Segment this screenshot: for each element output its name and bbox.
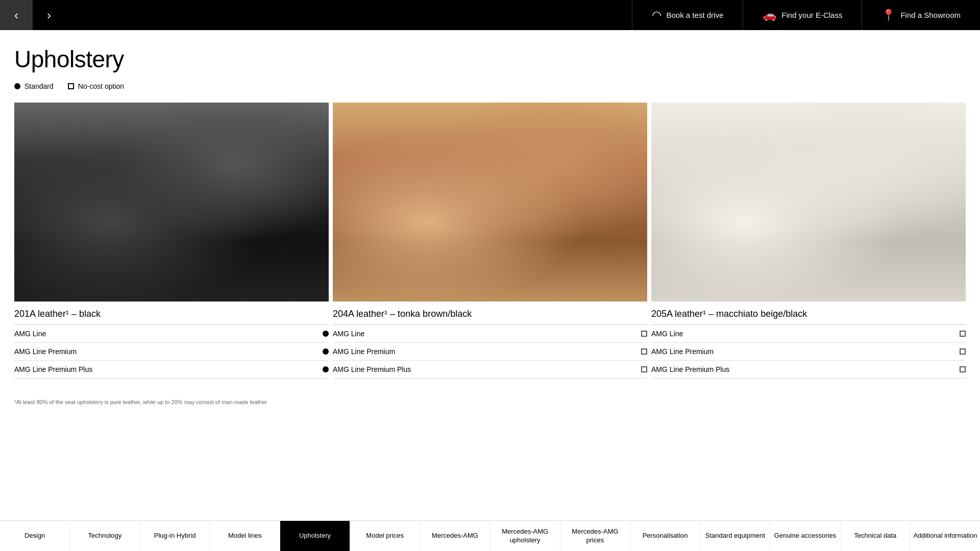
spec-label-amg-premium-plus-201A: AMG Line Premium Plus [14,365,92,373]
spec-label-amg-line-204A: AMG Line [333,330,364,338]
spec-label-amg-line-205A: AMG Line [651,330,683,338]
spec-indicator-amg-line-205A [960,331,966,337]
footnote: ¹At least 80% of the seat upholstery is … [14,399,966,405]
legend: Standard No-cost option [14,82,966,90]
bottom-nav-design[interactable]: Design [0,521,70,551]
spec-row-amg-premium-201A: AMG Line Premium [14,343,329,361]
bottom-nav-technical-data[interactable]: Technical data [841,521,911,551]
spec-indicator-amg-premium-plus-201A [323,366,329,372]
box-icon [641,331,647,337]
spec-indicator-amg-line-204A [641,331,647,337]
upholstery-card-201A: 201A leather¹ – black AMG Line AMG Line … [14,103,329,379]
card-title-201A: 201A leather¹ – black [14,302,329,325]
box-icon [960,348,966,355]
next-arrow[interactable]: › [33,0,65,30]
dot-icon [323,331,329,337]
spec-row-amg-line-204A: AMG Line [333,325,647,343]
no-cost-label: No-cost option [78,82,124,90]
bottom-nav-upholstery[interactable]: Upholstery [280,521,350,551]
card-image-container-201A[interactable] [14,103,329,302]
bottom-nav-personalisation[interactable]: Personalisation [630,521,700,551]
card-image-204A [333,103,647,302]
book-test-drive-button[interactable]: ◠ Book a test drive [632,0,743,30]
main-content: Upholstery Standard No-cost option 201A … [0,30,980,405]
bottom-nav-technology[interactable]: Technology [70,521,140,551]
spec-label-amg-premium-205A: AMG Line Premium [651,347,714,356]
card-image-container-205A[interactable] [651,103,966,302]
no-cost-square-icon [68,83,74,89]
bottom-nav-model-prices[interactable]: Model prices [350,521,420,551]
nav-actions: ◠ Book a test drive 🚗 Find your E-Class … [632,0,981,30]
standard-label: Standard [24,82,54,90]
card-image-205A [651,103,966,302]
standard-circle-icon [14,83,20,89]
car-search-icon: 🚗 [763,10,776,21]
bottom-navigation: Design Technology Plug-in Hybrid Model l… [0,520,980,551]
bottom-nav-plug-in-hybrid[interactable]: Plug-in Hybrid [140,521,210,551]
bottom-nav-mercedes-amg[interactable]: Mercedes-AMG [420,521,490,551]
dot-icon [323,348,329,355]
legend-standard: Standard [14,82,54,90]
box-icon [641,348,647,355]
spec-row-amg-premium-plus-204A: AMG Line Premium Plus [333,361,647,379]
find-e-class-button[interactable]: 🚗 Find your E-Class [743,0,862,30]
card-title-204A: 204A leather¹ – tonka brown/black [333,302,647,325]
spec-row-amg-premium-plus-201A: AMG Line Premium Plus [14,361,329,379]
upholstery-card-205A: 205A leather¹ – macchiato beige/black AM… [651,103,966,379]
location-icon: 📍 [881,10,895,21]
prev-arrow[interactable]: ‹ [0,0,33,30]
bottom-nav-model-lines[interactable]: Model lines [210,521,280,551]
upholstery-card-204A: 204A leather¹ – tonka brown/black AMG Li… [333,103,647,379]
upholstery-cards: 201A leather¹ – black AMG Line AMG Line … [14,103,966,379]
book-test-drive-label: Book a test drive [667,11,724,19]
bottom-nav-standard-equipment[interactable]: Standard equipment [700,521,770,551]
box-icon [960,366,966,372]
spec-indicator-amg-premium-205A [960,348,966,355]
find-e-class-label: Find your E-Class [781,11,842,19]
box-icon [960,331,966,337]
spec-label-amg-premium-plus-204A: AMG Line Premium Plus [333,365,411,373]
spec-label-amg-premium-204A: AMG Line Premium [333,347,395,356]
legend-no-cost: No-cost option [68,82,124,90]
steering-wheel-icon: ◠ [652,10,662,21]
find-showroom-button[interactable]: 📍 Find a Showroom [862,0,980,30]
spec-label-amg-premium-201A: AMG Line Premium [14,347,77,356]
spec-indicator-amg-premium-plus-204A [641,366,647,372]
dot-icon [323,366,329,372]
top-navigation: ‹ › ◠ Book a test drive 🚗 Find your E-Cl… [0,0,980,30]
spec-row-amg-line-205A: AMG Line [651,325,966,343]
card-image-container-204A[interactable] [333,103,647,302]
page-title: Upholstery [14,45,966,73]
bottom-nav-mercedes-amg-prices[interactable]: Mercedes-AMG prices [560,521,630,551]
spec-row-amg-premium-204A: AMG Line Premium [333,343,647,361]
card-title-205A: 205A leather¹ – macchiato beige/black [651,302,966,325]
spec-indicator-amg-premium-204A [641,348,647,355]
spec-label-amg-premium-plus-205A: AMG Line Premium Plus [651,365,729,373]
spec-label-amg-line-201A: AMG Line [14,330,46,338]
spec-indicator-amg-line-201A [323,331,329,337]
spec-indicator-amg-premium-plus-205A [960,366,966,372]
bottom-nav-mercedes-amg-upholstery[interactable]: Mercedes-AMG upholstery [491,521,560,551]
find-showroom-label: Find a Showroom [900,11,961,19]
bottom-nav-additional-information[interactable]: Additional information [911,521,980,551]
bottom-nav-genuine-accessories[interactable]: Genuine accessories [770,521,840,551]
spec-row-amg-line-201A: AMG Line [14,325,329,343]
spec-row-amg-premium-205A: AMG Line Premium [651,343,966,361]
spec-row-amg-premium-plus-205A: AMG Line Premium Plus [651,361,966,379]
card-image-201A [14,103,329,302]
box-icon [641,366,647,372]
spec-indicator-amg-premium-201A [323,348,329,355]
